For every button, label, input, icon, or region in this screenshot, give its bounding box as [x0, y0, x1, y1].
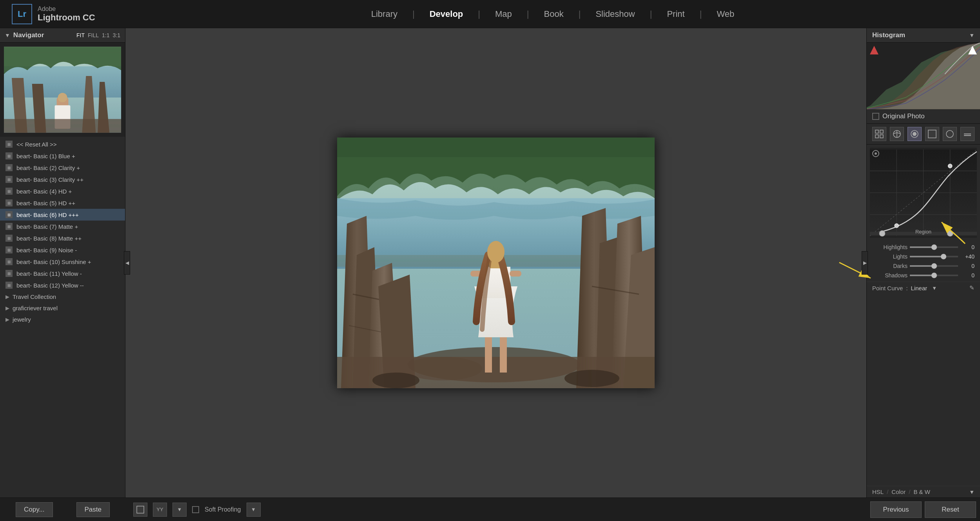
nav-library[interactable]: Library: [368, 7, 401, 21]
preset-item-7[interactable]: ⊞ beart- Basic (7) Matte +: [0, 221, 125, 232]
nav-zoom-fit[interactable]: FIT: [76, 32, 85, 38]
soft-proofing-dropdown[interactable]: ▼: [247, 503, 261, 517]
nav-book[interactable]: Book: [541, 7, 567, 21]
preset-item-8[interactable]: ⊞ beart- Basic (8) Matte ++: [0, 232, 125, 244]
svg-rect-27: [485, 337, 492, 373]
preset-label-2: beart- Basic (2) Clarity +: [16, 165, 80, 171]
preset-group-graficriever-label: graficriever travel: [13, 305, 58, 311]
preview-image-container[interactable]: [4, 47, 121, 133]
reference-btn[interactable]: [925, 127, 939, 141]
nav-zoom-3to1[interactable]: 3:1: [113, 32, 120, 38]
bw-tab[interactable]: B & W: [913, 488, 930, 495]
preset-label-10: beart- Basic (10) Sunshine +: [16, 259, 91, 265]
left-panel-collapse-tab[interactable]: ◀: [124, 251, 130, 275]
hsl-expand-icon[interactable]: ▼: [969, 489, 975, 495]
preset-item-6[interactable]: ⊞ beart- Basic (6) HD +++: [0, 209, 125, 221]
preset-item-5[interactable]: ⊞ beart- Basic (5) HD ++: [0, 197, 125, 209]
highlights-label: Highlights: [872, 244, 907, 250]
color-label-btn[interactable]: YY: [153, 503, 167, 517]
soft-proofing-label[interactable]: Soft Proofing: [205, 506, 241, 513]
nav-print[interactable]: Print: [664, 7, 688, 21]
preset-label-5: beart- Basic (5) HD ++: [16, 200, 75, 206]
before-after-btn[interactable]: [907, 127, 922, 141]
split-view-icon: [893, 130, 901, 138]
nav-map[interactable]: Map: [492, 7, 515, 21]
original-photo-label[interactable]: Original Photo: [882, 112, 925, 120]
loupe-view-btn[interactable]: [133, 503, 147, 517]
preset-reset-all[interactable]: ⊞ << Reset All >>: [0, 138, 125, 150]
paste-button[interactable]: Paste: [76, 502, 110, 517]
preset-item-10[interactable]: ⊞ beart- Basic (10) Sunshine +: [0, 256, 125, 268]
preset-group-jewelry[interactable]: ▶ jewelry: [0, 314, 125, 325]
preset-icon-3: ⊞: [5, 176, 13, 183]
copy-button[interactable]: Copy...: [16, 502, 53, 517]
group-arrow-travel: ▶: [5, 294, 9, 300]
highlights-thumb[interactable]: [931, 244, 937, 250]
point-curve-edit-btn[interactable]: ✎: [969, 284, 975, 291]
preset-item-2[interactable]: ⊞ beart- Basic (2) Clarity +: [0, 162, 125, 174]
preset-item-4[interactable]: ⊞ beart- Basic (4) HD +: [0, 185, 125, 197]
darks-thumb[interactable]: [931, 263, 937, 269]
preset-icon-12: ⊞: [5, 282, 13, 289]
bottom-bar: Copy... Paste YY ▼ Soft Proofing ▼ Previ…: [0, 497, 980, 521]
region-label: Region: [915, 229, 931, 235]
logo-text: Lr: [18, 9, 26, 19]
before-after-split-btn[interactable]: [890, 127, 904, 141]
grid-view-btn[interactable]: [872, 127, 886, 141]
preset-group-graficriever[interactable]: ▶ graficriever travel: [0, 302, 125, 314]
preset-label-1: beart- Basic (1) Blue +: [16, 153, 75, 159]
point-curve-dropdown-icon[interactable]: ▼: [932, 285, 937, 291]
left-collapse-arrow: ◀: [125, 260, 129, 266]
shadows-thumb[interactable]: [931, 273, 937, 278]
navigator-collapse-icon[interactable]: ▼: [5, 32, 10, 38]
loupe-icon: [946, 130, 954, 138]
preset-item-1[interactable]: ⊞ beart- Basic (1) Blue +: [0, 150, 125, 162]
histogram-title: Histogram: [872, 31, 905, 39]
nav-slideshow[interactable]: Slideshow: [592, 7, 638, 21]
color-tab[interactable]: Color: [891, 488, 906, 495]
shadows-slider-track[interactable]: [910, 275, 958, 276]
nav-zoom-fill[interactable]: FILL: [88, 32, 99, 38]
brand-bottom: Lightroom CC: [38, 13, 95, 23]
hsl-tab[interactable]: HSL: [872, 488, 884, 495]
histogram-collapse-icon[interactable]: ▼: [969, 32, 975, 38]
rectangle-icon: [928, 130, 936, 138]
more-options-btn[interactable]: [960, 127, 975, 141]
nav-web[interactable]: Web: [713, 7, 737, 21]
preset-item-3[interactable]: ⊞ beart- Basic (3) Clarity ++: [0, 174, 125, 185]
preset-item-9[interactable]: ⊞ beart- Basic (9) Noise -: [0, 244, 125, 256]
preset-item-11[interactable]: ⊞ beart- Basic (11) Yellow -: [0, 268, 125, 279]
previous-button[interactable]: Previous: [870, 501, 922, 518]
preset-group-travel[interactable]: ▶ Travel Collection: [0, 291, 125, 302]
darks-slider-row: Darks 0: [872, 261, 975, 271]
highlights-slider-track[interactable]: [910, 246, 958, 248]
svg-point-44: [913, 132, 916, 136]
svg-rect-38: [880, 130, 883, 133]
grid-icon: [875, 130, 884, 138]
right-panel-collapse-tab[interactable]: ▶: [862, 251, 868, 275]
lights-slider-row: Lights +40: [872, 252, 975, 261]
preset-label-3: beart- Basic (3) Clarity ++: [16, 176, 83, 183]
nav-develop[interactable]: Develop: [426, 7, 466, 21]
darks-slider-track[interactable]: [910, 265, 958, 267]
brand-top: Adobe: [38, 5, 95, 13]
preset-item-12[interactable]: ⊞ beart- Basic (12) Yellow --: [0, 279, 125, 291]
nav-zoom-1to1[interactable]: 1:1: [102, 32, 109, 38]
lights-slider-track[interactable]: [910, 256, 958, 257]
top-navigation: Lr Adobe Lightroom CC Library | Develop …: [0, 0, 980, 28]
curve-target-icon[interactable]: [872, 150, 879, 157]
histogram-header: Histogram ▼: [867, 28, 980, 43]
soft-proofing-checkbox[interactable]: [192, 506, 199, 513]
lights-thumb[interactable]: [941, 254, 946, 259]
navigator-title: Navigator: [13, 31, 73, 39]
photo-area[interactable]: [125, 28, 866, 497]
original-photo-checkbox[interactable]: [872, 113, 879, 120]
loupe-btn[interactable]: [943, 127, 957, 141]
tone-curve-graph[interactable]: Region: [870, 148, 977, 238]
svg-point-8: [58, 93, 67, 102]
dropdown-btn[interactable]: ▼: [172, 503, 187, 517]
darks-label: Darks: [872, 263, 907, 269]
original-photo-row: Original Photo: [867, 109, 980, 124]
reset-button[interactable]: Reset: [925, 501, 976, 518]
svg-rect-28: [500, 337, 507, 373]
